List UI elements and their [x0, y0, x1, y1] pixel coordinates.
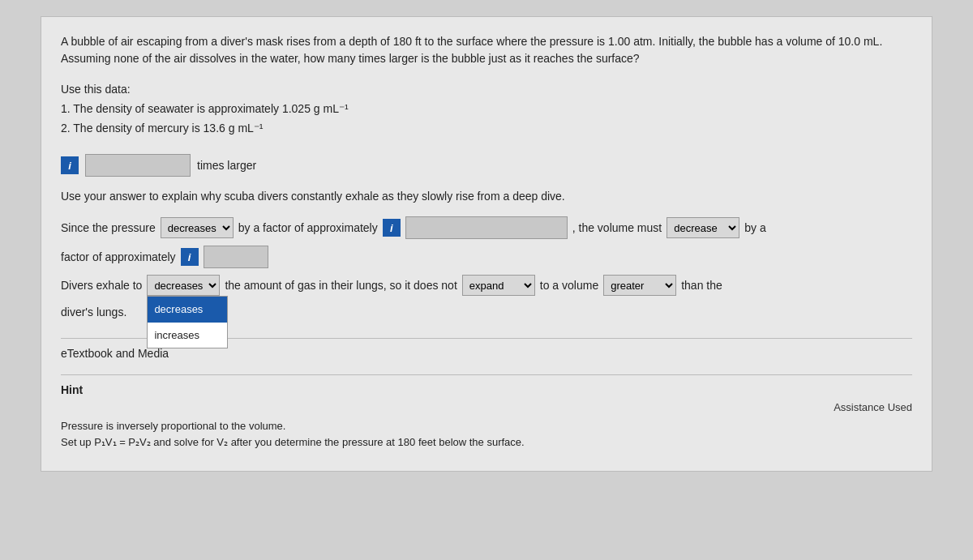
volume-compare-dropdown[interactable]: greater less [603, 275, 676, 296]
answer-input[interactable] [85, 154, 191, 177]
sentence-row-2: factor of approximately i [61, 246, 912, 268]
divider-2 [61, 374, 912, 375]
factor-input-2[interactable] [204, 246, 268, 268]
divers-lungs-label: diver's lungs. [61, 302, 126, 323]
than-the-label: than the [681, 276, 722, 296]
to-a-volume-label: to a volume [540, 276, 598, 296]
main-page: A bubble of air escaping from a diver's … [41, 16, 932, 472]
question-text: A bubble of air escaping from a diver's … [61, 33, 912, 67]
exhale-dropdown-open: decreases increases [147, 296, 228, 348]
exhale-action-dropdown[interactable]: decreases increases [147, 275, 220, 296]
info-button-1[interactable]: i [61, 156, 79, 174]
answer-row: i times larger [61, 154, 912, 177]
hint-text-1: Pressure is inversely proportional to th… [61, 418, 912, 435]
use-data-section: Use this data: 1. The density of seawate… [61, 80, 912, 138]
dropdown-option-decreases[interactable]: decreases [148, 297, 227, 322]
dropdown-option-increases[interactable]: increases [148, 323, 227, 348]
volume-change-dropdown[interactable]: decrease increase [667, 217, 739, 238]
since-the-pressure-label: Since the pressure [61, 218, 156, 238]
pressure-change-dropdown[interactable]: decreases increases [161, 217, 234, 238]
info-button-3[interactable]: i [181, 248, 199, 266]
exhale-dropdown-wrapper: decreases increases decreases increases [147, 275, 220, 296]
hint-text-2: Set up P₁V₁ = P₂V₂ and solve for V₂ afte… [61, 434, 912, 451]
hint-section: Hint Assistance Used Pressure is inverse… [61, 383, 912, 452]
sentence-row-1: Since the pressure decreases increases b… [61, 216, 912, 239]
the-volume-must-label: , the volume must [572, 218, 662, 238]
sentence-row-3: Divers exhale to decreases increases dec… [61, 275, 912, 296]
amount-of-gas-label: the amount of gas in their lungs, so it … [225, 276, 456, 296]
hint-label: Hint [61, 383, 912, 396]
assistance-used-label: Assistance Used [61, 401, 912, 413]
by-a-factor-label: by a factor of approximately [238, 218, 378, 238]
factor-input-1[interactable] [405, 216, 568, 239]
by-a-label: by a [744, 218, 765, 238]
factor-of-approx-label: factor of approximately [61, 247, 176, 267]
explain-text: Use your answer to explain why scuba div… [61, 188, 912, 205]
times-larger-label: times larger [197, 159, 256, 172]
exceed-action-dropdown[interactable]: expand contract [462, 275, 535, 296]
divers-exhale-label: Divers exhale to [61, 276, 142, 296]
info-button-2[interactable]: i [383, 219, 401, 237]
